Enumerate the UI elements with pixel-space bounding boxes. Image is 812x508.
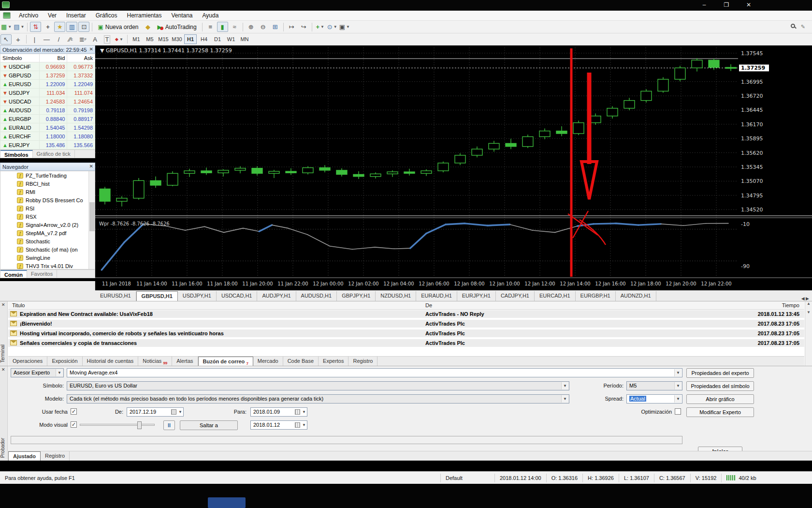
tester-close-icon[interactable]: ✕ — [1, 367, 5, 372]
tab-s-mbolos[interactable]: Símbolos — [0, 150, 33, 158]
chart-tab-eurgbp-h1[interactable]: EURGBP,H1 — [576, 291, 616, 301]
fibonacci-tool-button[interactable]: ≣F — [77, 34, 88, 45]
jump-to-button[interactable]: Saltar a — [180, 420, 238, 430]
periods-button[interactable]: ⊙▼ — [327, 22, 338, 32]
timeframe-d1-button[interactable]: D1 — [211, 34, 224, 44]
vertical-line-tool-button[interactable]: | — [29, 34, 40, 45]
model-select[interactable]: Cada tick (el método más preciso basado … — [67, 394, 569, 403]
navigator-item[interactable]: ƒStochastic (of ma) (on — [0, 245, 95, 254]
terminal-tab-registro[interactable]: Registro — [348, 357, 377, 366]
trendline-tool-button[interactable]: / — [53, 34, 64, 45]
search-icon[interactable] — [791, 24, 795, 28]
chart-tab-usdcad-h1[interactable]: USDCAD,H1 — [217, 291, 258, 301]
navigator-close-icon[interactable]: ✕ — [89, 164, 93, 169]
navigator-item[interactable]: ƒPZ_TurtleTrading — [0, 171, 95, 179]
terminal-tab-alertas[interactable]: Alertas — [172, 357, 198, 366]
modify-expert-button[interactable]: Modificar Experto — [686, 407, 754, 417]
mail-column-from[interactable]: De — [425, 302, 432, 308]
crosshair-tool-button[interactable]: + — [13, 34, 24, 45]
menu-ayuda[interactable]: Ayuda — [198, 11, 224, 20]
menu-ver[interactable]: Ver — [43, 11, 61, 20]
from-date-field[interactable]: 2017.12.19▼ — [127, 407, 184, 417]
tester-tab-registro[interactable]: Registro — [41, 451, 70, 461]
visual-mode-checkbox[interactable]: ✓ — [71, 421, 77, 428]
tester-tab-ajustado[interactable]: Ajustado — [8, 451, 41, 461]
menu-ventana[interactable]: Ventana — [167, 11, 198, 20]
period-select[interactable]: M5▼ — [626, 381, 682, 390]
tile-windows-button[interactable]: ⊞ — [270, 22, 281, 32]
open-chart-button[interactable]: Abrir gráfico — [686, 394, 754, 404]
terminal-toggle-button[interactable]: ▥ — [66, 22, 77, 32]
bar-chart-button[interactable]: ≡ — [205, 22, 216, 32]
navigator-item[interactable]: ƒStepMA_v7.2 pdf — [0, 229, 95, 237]
navigator-item[interactable]: ƒRSI — [0, 204, 95, 212]
menu-herramientas[interactable]: Herramientas — [122, 11, 166, 20]
terminal-tab-operaciones[interactable]: Operaciones — [8, 357, 47, 366]
expert-properties-button[interactable]: Propiedades del experto — [686, 368, 754, 378]
jump-date-field[interactable]: 2018.01.12▼ — [250, 420, 307, 430]
mail-column-time[interactable]: Tiempo — [782, 302, 799, 308]
terminal-tab-exposici-n[interactable]: Exposición — [47, 357, 82, 366]
slider-thumb[interactable] — [137, 421, 142, 429]
optimization-checkbox[interactable] — [675, 408, 681, 415]
navigator-scrollbar[interactable] — [88, 171, 95, 269]
restore-button[interactable]: ❐ — [718, 1, 735, 10]
chart-window-gbpusd-h1[interactable]: 11 Jan 201811 Jan 14:0011 Jan 16:0011 Ja… — [95, 45, 812, 290]
terminal-tab-noticias[interactable]: Noticias 99 — [138, 357, 172, 366]
zoom-in-button[interactable]: ⊕ — [246, 22, 257, 32]
navigator-toggle-button[interactable]: ★ — [54, 22, 65, 32]
terminal-tab-buz-n-de-correo[interactable]: Buzón de correo 7 — [198, 357, 253, 366]
timeframe-m15-button[interactable]: M15 — [157, 34, 170, 44]
market-watch-close-icon[interactable]: ✕ — [89, 46, 93, 52]
navigator-item[interactable]: ƒRSX — [0, 212, 95, 221]
timeframe-m1-button[interactable]: M1 — [130, 34, 143, 44]
chart-shift-button[interactable]: ↪ — [298, 22, 309, 32]
market-watch-row[interactable]: ▼GBPUSD1.372591.37332 — [0, 71, 95, 80]
chart-tab-audnzd-h1[interactable]: AUDNZD,H1 — [616, 291, 656, 301]
profiles-button[interactable]: ▤▼ — [13, 22, 25, 32]
equidistant-channel-tool-button[interactable]: ∕∕E — [65, 34, 76, 45]
chart-tab-gbpjpy-h1[interactable]: GBPJPY,H1 — [337, 291, 376, 301]
feedback-icon[interactable]: ✎ — [801, 24, 805, 30]
auto-scroll-button[interactable]: ↦ — [286, 22, 297, 32]
timeframe-h4-button[interactable]: H4 — [198, 34, 210, 44]
navigator-item[interactable]: ƒSignal+Arrow_v2.0 (2) — [0, 221, 95, 229]
tab-com-n[interactable]: Común — [0, 270, 27, 278]
chart-tab-euraud-h1[interactable]: EURAUD,H1 — [416, 291, 457, 301]
text-tool-button[interactable]: A — [89, 34, 101, 45]
terminal-tab-mercado[interactable]: Mercado — [253, 357, 283, 366]
chart-tab-usdjpy-h1[interactable]: USDJPY,H1 — [178, 291, 217, 301]
market-watch-toggle-button[interactable]: ⇅ — [30, 22, 41, 32]
status-profile[interactable]: Default — [441, 474, 495, 482]
autotrading-button[interactable]: ▶ AutoTrading — [155, 22, 200, 32]
mail-column-title[interactable]: Titulo — [12, 302, 25, 308]
navigator-item[interactable]: ƒSwingLine — [0, 254, 95, 262]
pause-button[interactable]: II — [163, 420, 175, 430]
navigator-item[interactable]: ƒRobby DSS Bressert Co — [0, 196, 95, 204]
chart-tabs-scroll-arrows[interactable]: ◀ ▶ — [801, 296, 809, 301]
new-chart-button[interactable]: ▦▼ — [0, 22, 12, 32]
terminal-tab-expertos[interactable]: Expertos — [319, 357, 348, 366]
candlestick-chart-button[interactable]: ▮ — [217, 22, 228, 32]
close-button[interactable]: ✕ — [740, 1, 757, 10]
zoom-out-button[interactable]: ⊖ — [258, 22, 269, 32]
chart-tab-audusd-h1[interactable]: AUDUSD,H1 — [296, 291, 337, 301]
column-bid[interactable]: Bid — [39, 54, 67, 62]
chart-tab-eurjpy-h1[interactable]: EURJPY,H1 — [457, 291, 496, 301]
chart-tab-eurusd-h1[interactable]: EURUSD,H1 — [95, 291, 136, 301]
navigator-item[interactable]: ƒRBCI_hist — [0, 179, 95, 188]
market-watch-row[interactable]: ▲EURUSD1.220091.22049 — [0, 80, 95, 89]
strategy-tester-toggle-button[interactable]: ⊡ — [78, 22, 89, 32]
timeframe-m5-button[interactable]: M5 — [144, 34, 156, 44]
mail-row[interactable]: ¡Bienvenido!ActivTrades Plc2017.08.23 17… — [8, 320, 804, 329]
text-label-tool-button[interactable]: T — [102, 34, 113, 45]
market-watch-row[interactable]: ▲EURGBP0.888400.88917 — [0, 115, 95, 123]
market-watch-row[interactable]: ▼USDJPY111.034111.074 — [0, 89, 95, 97]
visual-speed-slider[interactable] — [80, 424, 155, 426]
market-watch-row[interactable]: ▲AUDUSD0.791180.79198 — [0, 106, 95, 115]
expert-file-select[interactable]: Moving Average.ex4▼ — [67, 368, 682, 377]
market-watch-row[interactable]: ▼USDCAD1.245831.24654 — [0, 97, 95, 106]
horizontal-line-tool-button[interactable]: — — [41, 34, 52, 45]
navigator-item[interactable]: ƒTHV3 Trix v4.01 Div — [0, 262, 95, 269]
market-watch-row[interactable]: ▲EURAUD1.540451.54298 — [0, 123, 95, 132]
